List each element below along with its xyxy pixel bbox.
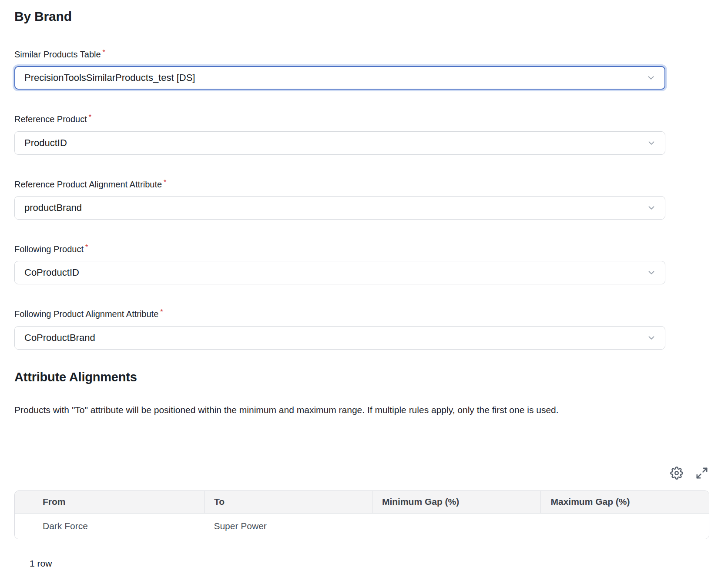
form-field-reference-product-alignment-attribute: Reference Product Alignment Attribute* p… (14, 177, 665, 220)
select-value: PrecisionToolsSimilarProducts_test [DS] (24, 72, 195, 83)
table-header-row: From To Minimum Gap (%) Maximum Gap (%) (15, 491, 709, 514)
chevron-down-icon (647, 203, 656, 213)
field-label-row: Following Product* (14, 242, 665, 256)
following-product-alignment-attribute-select[interactable]: CoProductBrand (14, 326, 665, 350)
cell-minimum-gap (372, 514, 541, 539)
form-field-following-product-alignment-attribute: Following Product Alignment Attribute* C… (14, 307, 665, 349)
required-asterisk: * (164, 179, 166, 186)
required-asterisk: * (103, 49, 105, 56)
chevron-down-icon (647, 138, 656, 148)
field-label-row: Following Product Alignment Attribute* (14, 307, 665, 320)
expand-fullscreen-icon[interactable] (694, 466, 709, 480)
required-asterisk: * (85, 243, 88, 251)
required-asterisk: * (89, 113, 91, 121)
chevron-down-icon (647, 333, 656, 343)
field-label-row: Similar Products Table* (14, 47, 665, 61)
page-title: By Brand (14, 9, 728, 24)
chevron-down-icon (646, 73, 656, 83)
form-field-reference-product: Reference Product* ProductID (14, 112, 665, 154)
reference-product-alignment-attribute-select[interactable]: productBrand (14, 196, 665, 220)
similar-products-table-select[interactable]: PrecisionToolsSimilarProducts_test [DS] (14, 66, 665, 90)
column-header-maximum-gap: Maximum Gap (%) (541, 491, 709, 514)
cell-from: Dark Force (15, 514, 204, 539)
settings-gear-icon[interactable] (669, 466, 684, 480)
reference-product-select[interactable]: ProductID (14, 131, 665, 155)
select-value: CoProductID (24, 267, 79, 278)
select-value: CoProductBrand (24, 332, 95, 344)
column-header-from: From (15, 491, 204, 514)
by-brand-page: By Brand Similar Products Table* Precisi… (0, 0, 728, 567)
attribute-alignments-table: From To Minimum Gap (%) Maximum Gap (%) … (14, 490, 709, 539)
following-product-select[interactable]: CoProductID (14, 261, 665, 284)
cell-to: Super Power (204, 514, 372, 539)
select-value: productBrand (24, 202, 82, 213)
table-toolbar (14, 466, 709, 480)
field-label: Following Product Alignment Attribute (14, 310, 158, 319)
cell-maximum-gap (541, 514, 709, 539)
table-row[interactable]: Dark Force Super Power (15, 514, 709, 539)
field-label: Following Product (14, 244, 84, 254)
attribute-alignments-title: Attribute Alignments (14, 370, 728, 384)
select-value: ProductID (24, 137, 67, 149)
form-field-following-product: Following Product* CoProductID (14, 242, 665, 284)
form-field-similar-products-table: Similar Products Table* PrecisionToolsSi… (14, 47, 665, 90)
column-header-to: To (204, 491, 372, 514)
field-label-row: Reference Product* (14, 112, 665, 126)
field-label: Reference Product (14, 115, 87, 124)
chevron-down-icon (647, 268, 656, 277)
field-label: Similar Products Table (14, 50, 101, 59)
column-header-minimum-gap: Minimum Gap (%) (372, 491, 541, 514)
field-label: Reference Product Alignment Attribute (14, 180, 162, 189)
row-count-label: 1 row (30, 558, 728, 567)
required-asterisk: * (160, 308, 163, 316)
field-label-row: Reference Product Alignment Attribute* (14, 177, 665, 191)
attribute-alignments-description: Products with "To" attribute will be pos… (14, 404, 684, 416)
